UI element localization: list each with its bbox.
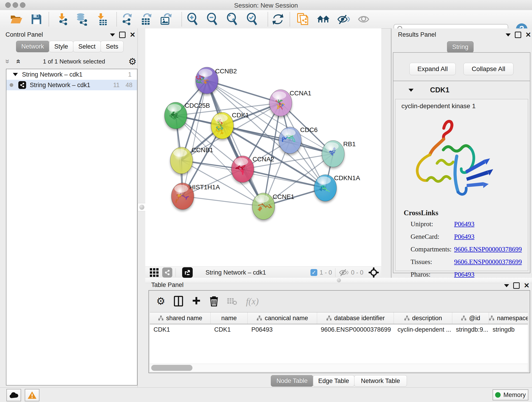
- table-row[interactable]: CDK1CDK1P064939606.ENSP00000378699cyclin…: [150, 324, 528, 335]
- export-table-button[interactable]: [139, 13, 153, 26]
- string-network-graph[interactable]: CCNB2CCNA1CDC25BCDK1CDC6RB1CCNB1CCNA2CDK…: [145, 28, 381, 267]
- results-panel-close-button[interactable]: ✕: [525, 32, 531, 37]
- hide-selected-button[interactable]: [337, 13, 350, 26]
- zoom-in-button[interactable]: [186, 13, 199, 26]
- network-node-CDC6[interactable]: [279, 127, 301, 153]
- left-split-handle[interactable]: [138, 203, 146, 211]
- table-panel-menu-button[interactable]: [504, 284, 509, 287]
- crosslink-value-link[interactable]: P06493: [454, 220, 475, 228]
- column-header-namespace[interactable]: namespace: [489, 313, 528, 324]
- cloud-status-button[interactable]: [6, 389, 21, 401]
- clone-network-button[interactable]: [296, 13, 309, 26]
- fit-content-crosshair-icon[interactable]: [368, 267, 379, 278]
- table-horizontal-scrollbar[interactable]: [150, 364, 528, 372]
- tab-network[interactable]: Network: [16, 41, 49, 52]
- warnings-button[interactable]: [25, 389, 39, 401]
- home-networks-button[interactable]: [317, 13, 330, 26]
- network-node-CCNA2[interactable]: [231, 156, 254, 182]
- open-session-button[interactable]: [10, 13, 23, 26]
- column-type-icon: [158, 315, 164, 321]
- column-header-name[interactable]: name: [210, 313, 248, 324]
- control-panel-menu-button[interactable]: [110, 33, 115, 36]
- scrollbar-thumb[interactable]: [151, 365, 192, 371]
- collapse-all-button[interactable]: Collapse All: [463, 63, 513, 75]
- section-collapse-triangle-icon[interactable]: [409, 89, 413, 92]
- protein-section-header[interactable]: CDK1: [393, 81, 530, 99]
- tab-select[interactable]: Select: [73, 41, 101, 52]
- column-type-icon: [461, 315, 467, 321]
- zoom-selected-button[interactable]: [246, 13, 259, 26]
- tab-node-table[interactable]: Node Table: [271, 375, 313, 387]
- network-options-gear-icon[interactable]: ⚙: [128, 57, 137, 66]
- column-header-@id[interactable]: @id: [452, 313, 489, 324]
- zoom-in-icon: [187, 13, 199, 26]
- column-header-shared-name[interactable]: shared name: [150, 313, 210, 324]
- results-panel-float-button[interactable]: [515, 32, 521, 38]
- netbar-separator: [335, 268, 336, 277]
- table-panel-close-button[interactable]: ✕: [524, 283, 530, 288]
- network-node-CCNB2[interactable]: [196, 67, 218, 94]
- node-gloss-highlight: [167, 104, 181, 112]
- results-panel-menu-button[interactable]: [506, 33, 511, 36]
- save-session-button[interactable]: [30, 13, 43, 26]
- network-tree-root-row[interactable]: String Network – cdk1 1: [6, 69, 137, 80]
- expand-all-button[interactable]: Expand All: [409, 63, 456, 75]
- crosslink-value-link[interactable]: 9606.ENSP00000378699: [454, 258, 522, 266]
- crosslink-value-link[interactable]: 9606.ENSP00000378699: [454, 245, 522, 253]
- delete-column-trash-icon[interactable]: [210, 296, 218, 306]
- export-network-button[interactable]: [120, 13, 133, 26]
- tab-style[interactable]: Style: [49, 41, 73, 52]
- column-header-database-identifier[interactable]: database identifier: [317, 313, 394, 324]
- add-column-plus-icon[interactable]: [192, 297, 201, 306]
- table-settings-gear-icon[interactable]: ⚙: [156, 297, 165, 306]
- network-node-CCNE1[interactable]: [252, 193, 275, 220]
- network-node-RB1[interactable]: [322, 140, 344, 167]
- network-node-CDK1[interactable]: [211, 112, 234, 139]
- birds-eye-view-icon[interactable]: [149, 268, 159, 277]
- network-node-CDC25B[interactable]: [165, 102, 187, 129]
- network-node-CDKN1A[interactable]: [314, 175, 336, 201]
- import-table-file-button[interactable]: [95, 13, 109, 26]
- crosslink-label: Pharos:: [411, 271, 454, 278]
- network-label: String Network – cdk1: [30, 82, 113, 89]
- show-columns-icon[interactable]: [174, 296, 183, 306]
- network-node-CCNB1[interactable]: [170, 147, 193, 174]
- detach-view-icon[interactable]: [182, 267, 193, 278]
- import-database-icon: [75, 13, 88, 26]
- refresh-icon: [272, 13, 284, 25]
- tab-network-table[interactable]: Network Table: [354, 375, 407, 387]
- table-cell: 9606.ENSP00000378699: [317, 324, 394, 335]
- control-panel-close-button[interactable]: ✕: [130, 32, 135, 37]
- expand-all-networks-icon[interactable]: »: [6, 59, 10, 64]
- tab-edge-table[interactable]: Edge Table: [313, 375, 355, 387]
- zoom-fit-button[interactable]: [226, 13, 239, 26]
- left-split-divider[interactable]: [138, 28, 145, 387]
- collapse-all-networks-icon[interactable]: »: [15, 59, 20, 64]
- network-edge[interactable]: [183, 196, 264, 206]
- show-all-button[interactable]: [357, 13, 370, 26]
- tree-collapse-triangle-icon[interactable]: [13, 73, 18, 76]
- network-share-icon[interactable]: [162, 268, 172, 278]
- memory-button[interactable]: Memory: [493, 389, 528, 400]
- network-canvas[interactable]: CCNB2CCNA1CDC25BCDK1CDC6RB1CCNB1CCNA2CDK…: [145, 28, 381, 267]
- column-header-description[interactable]: description: [394, 313, 452, 324]
- selected-checkbox-icon[interactable]: ✓: [310, 269, 317, 276]
- network-tree-row-selected[interactable]: String Network – cdk1 11 48: [6, 80, 137, 90]
- network-edge[interactable]: [183, 80, 207, 196]
- network-edge[interactable]: [243, 169, 325, 188]
- export-image-icon: [160, 13, 172, 26]
- zoom-out-button[interactable]: [206, 13, 219, 26]
- crosslink-value-link[interactable]: P06493: [454, 271, 475, 278]
- control-panel-float-button[interactable]: [119, 32, 126, 38]
- table-panel-float-button[interactable]: [513, 282, 520, 289]
- import-network-from-database-button[interactable]: [75, 13, 88, 26]
- refresh-button[interactable]: [271, 13, 285, 26]
- export-image-button[interactable]: [159, 13, 172, 26]
- import-network-file-button[interactable]: [56, 13, 69, 26]
- column-header-canonical-name[interactable]: canonical name: [248, 313, 317, 324]
- results-tab-string[interactable]: String: [447, 41, 474, 53]
- bottom-split-handle[interactable]: [337, 278, 341, 282]
- tab-sets[interactable]: Sets: [101, 41, 123, 52]
- network-node-CCNA1[interactable]: [269, 89, 292, 116]
- crosslink-value-link[interactable]: P06493: [454, 233, 475, 240]
